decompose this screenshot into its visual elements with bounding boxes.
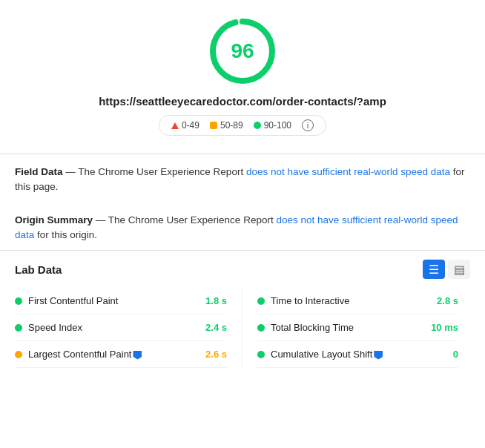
field-data-before: — The Chrome User Experience Report bbox=[65, 166, 246, 177]
score-legend: 0-49 50-89 90-100 i bbox=[159, 115, 326, 136]
legend-needs-improvement: 50-89 bbox=[210, 120, 243, 131]
tti-dot bbox=[257, 297, 265, 305]
metrics-grid: First Contentful Paint 1.8 s Speed Index… bbox=[15, 288, 470, 368]
score-circle: 96 bbox=[209, 18, 276, 85]
cls-value: 0 bbox=[427, 349, 458, 360]
metrics-left: First Contentful Paint 1.8 s Speed Index… bbox=[15, 288, 242, 368]
lcp-label: Largest Contentful Paint bbox=[28, 349, 190, 360]
field-data-link[interactable]: does not have sufficient real-world spee… bbox=[246, 166, 450, 177]
fcp-value: 1.8 s bbox=[196, 295, 227, 306]
origin-summary-label: Origin Summary bbox=[15, 214, 93, 225]
field-data-text: Field Data — The Chrome User Experience … bbox=[15, 165, 470, 195]
lcp-dot bbox=[15, 351, 22, 358]
legend-average-label: 50-89 bbox=[220, 120, 243, 131]
si-value: 2.4 s bbox=[196, 322, 227, 333]
si-label: Speed Index bbox=[28, 322, 190, 333]
dot-icon bbox=[254, 122, 261, 129]
metrics-right: Time to Interactive 2.8 s Total Blocking… bbox=[242, 288, 470, 368]
metric-si: Speed Index 2.4 s bbox=[15, 314, 227, 341]
page-url: https://seattleeyecaredoctor.com/order-c… bbox=[99, 95, 386, 108]
origin-summary-text: Origin Summary — The Chrome User Experie… bbox=[15, 213, 470, 243]
field-data-section: Field Data — The Chrome User Experience … bbox=[0, 154, 485, 202]
origin-summary-before: — The Chrome User Experience Report bbox=[96, 214, 277, 225]
legend-poor-label: 0-49 bbox=[182, 120, 199, 131]
tbt-value: 10 ms bbox=[427, 322, 458, 333]
lab-data-section: Lab Data ☰ ▤ First Contentful Paint 1.8 … bbox=[0, 251, 485, 374]
origin-summary-section: Origin Summary — The Chrome User Experie… bbox=[0, 202, 485, 251]
metric-cls: Cumulative Layout Shift 0 bbox=[257, 341, 458, 368]
field-data-label: Field Data bbox=[15, 166, 63, 177]
square-icon bbox=[210, 122, 217, 129]
legend-good: 90-100 bbox=[254, 120, 291, 131]
view-toggle: ☰ ▤ bbox=[423, 260, 470, 279]
fcp-dot bbox=[15, 297, 22, 305]
fcp-label: First Contentful Paint bbox=[28, 295, 190, 306]
tbt-dot bbox=[257, 324, 265, 332]
lab-data-header: Lab Data ☰ ▤ bbox=[15, 260, 470, 279]
list-icon: ☰ bbox=[429, 263, 439, 277]
lab-data-title: Lab Data bbox=[15, 263, 62, 276]
metric-tbt: Total Blocking Time 10 ms bbox=[257, 314, 458, 341]
legend-poor: 0-49 bbox=[171, 120, 199, 131]
cls-dot bbox=[257, 351, 265, 358]
lcp-flag-icon bbox=[133, 351, 142, 360]
si-dot bbox=[15, 324, 22, 332]
tbt-label: Total Blocking Time bbox=[271, 322, 421, 333]
triangle-icon bbox=[171, 122, 179, 129]
metric-lcp: Largest Contentful Paint 2.6 s bbox=[15, 341, 227, 368]
score-section: 96 https://seattleeyecaredoctor.com/orde… bbox=[0, 0, 485, 154]
cls-flag-icon bbox=[374, 351, 383, 360]
metric-tti: Time to Interactive 2.8 s bbox=[257, 288, 458, 314]
grid-icon: ▤ bbox=[454, 263, 465, 277]
grid-view-button[interactable]: ▤ bbox=[448, 260, 470, 279]
tti-value: 2.8 s bbox=[427, 295, 458, 306]
list-view-button[interactable]: ☰ bbox=[423, 260, 445, 279]
lcp-value: 2.6 s bbox=[196, 349, 227, 360]
tti-label: Time to Interactive bbox=[271, 295, 421, 306]
info-button[interactable]: i bbox=[302, 119, 314, 131]
legend-good-label: 90-100 bbox=[264, 120, 291, 131]
origin-summary-after: for this origin. bbox=[34, 229, 97, 240]
cls-label: Cumulative Layout Shift bbox=[271, 349, 421, 360]
metric-fcp: First Contentful Paint 1.8 s bbox=[15, 288, 227, 314]
score-value: 96 bbox=[231, 39, 254, 63]
